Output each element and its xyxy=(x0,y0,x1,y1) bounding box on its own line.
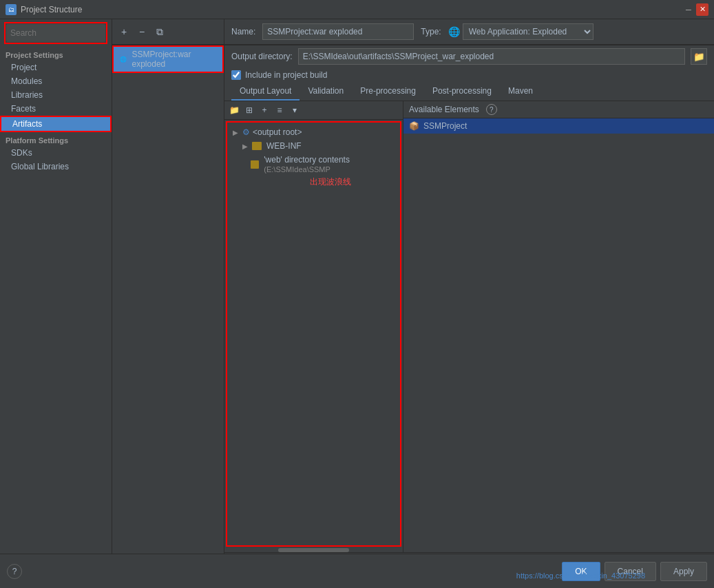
ssm-project-label: SSMProject xyxy=(423,121,467,131)
tab-validation[interactable]: Validation xyxy=(300,83,352,101)
output-icon: ⚙ xyxy=(242,127,250,137)
artifact-name: SSMProject:war exploded xyxy=(132,50,217,69)
remove-artifact-button[interactable]: − xyxy=(134,24,149,39)
sidebar-item-libraries[interactable]: Libraries xyxy=(0,88,112,102)
sidebar-item-facets[interactable]: Facets xyxy=(0,102,112,116)
web-dir-label: 'web' directory contents (E:\SSMIdea\SSM… xyxy=(264,155,395,174)
content-area: Output directory: 📁 Include in project b… xyxy=(224,45,714,588)
tree-dropdown-btn[interactable]: ▾ xyxy=(288,103,302,117)
platform-settings-label: Platform Settings xyxy=(0,132,112,146)
help-button[interactable]: ? xyxy=(7,564,22,579)
artifact-list-item[interactable]: 🌐 SSMProject:war exploded xyxy=(112,45,224,73)
tab-post-processing[interactable]: Post-processing xyxy=(424,83,500,101)
tree-add-btn[interactable]: + xyxy=(258,103,271,117)
tree-item-web-inf[interactable]: ▶ WEB-INF xyxy=(227,139,400,153)
copy-artifact-button[interactable]: ⧉ xyxy=(152,24,167,39)
add-artifact-button[interactable]: + xyxy=(116,24,132,39)
web-dir-suffix: (E:\SSMIdea\SSMP xyxy=(264,165,330,174)
type-icon: 🌐 xyxy=(448,26,460,37)
web-inf-label: WEB-INF xyxy=(266,141,302,151)
output-root-label: <output root> xyxy=(253,127,302,137)
window-controls: ─ ✕ xyxy=(682,3,708,16)
include-in-build-row: Include in project build xyxy=(224,67,714,83)
elements-content: 📦 SSMProject xyxy=(403,118,714,552)
title-bar: 🗂 Project Structure ─ ✕ xyxy=(0,0,714,19)
available-elements-pane: Available Elements ? 📦 SSMProject xyxy=(403,101,714,552)
sidebar-item-sdks[interactable]: SDKs xyxy=(0,146,112,160)
available-elements-title: Available Elements xyxy=(409,105,479,114)
close-button[interactable]: ✕ xyxy=(696,3,708,16)
type-label: Type: xyxy=(421,27,441,36)
bottom-buttons-bar: ? https://blog.csdn.net/weixin_43075298 … xyxy=(0,554,714,588)
tree-item-output-root[interactable]: ▶ ⚙ <output root> xyxy=(227,125,400,139)
elements-item-ssm-project[interactable]: 📦 SSMProject xyxy=(403,118,714,134)
tab-output-layout[interactable]: Output Layout xyxy=(231,83,300,101)
include-in-build-label: Include in project build xyxy=(245,70,327,80)
type-select[interactable]: Web Application: Exploded xyxy=(463,23,594,40)
split-pane: 📁 ⊞ + ≡ ▾ ▶ ⚙ <output roo xyxy=(224,101,714,552)
tree-grid-btn[interactable]: ⊞ xyxy=(242,103,256,117)
output-dir-input[interactable] xyxy=(298,48,685,65)
left-panel: Project Settings Project Modules Librari… xyxy=(0,19,112,588)
tree-pane: 📁 ⊞ + ≡ ▾ ▶ ⚙ <output roo xyxy=(224,101,403,552)
name-input[interactable] xyxy=(262,23,414,40)
output-dir-label: Output directory: xyxy=(231,52,293,61)
tree-content: ▶ ⚙ <output root> ▶ WEB-INF xyxy=(226,121,401,547)
sidebar-item-artifacts[interactable]: Artifacts xyxy=(1,117,110,131)
sidebar-item-modules[interactable]: Modules xyxy=(0,74,112,88)
window-icon: 🗂 xyxy=(6,4,17,15)
expand-icon-webinf: ▶ xyxy=(242,143,249,150)
available-elements-header: Available Elements ? xyxy=(403,101,714,118)
tree-list-btn[interactable]: ≡ xyxy=(273,103,286,117)
help-icon[interactable]: ? xyxy=(486,104,497,115)
tree-toolbar: 📁 ⊞ + ≡ ▾ xyxy=(224,101,403,120)
module-icon: 📦 xyxy=(409,121,419,131)
sidebar-item-global-libraries[interactable]: Global Libraries xyxy=(0,160,112,174)
include-in-build-checkbox[interactable] xyxy=(231,70,241,80)
minimize-button[interactable]: ─ xyxy=(682,3,695,16)
search-input[interactable] xyxy=(6,24,105,42)
project-settings-label: Project Settings xyxy=(0,47,112,61)
name-label: Name: xyxy=(231,27,255,36)
tree-item-web-dir[interactable]: ▶ 'web' directory contents (E:\SSMIdea\S… xyxy=(227,153,400,176)
wavy-annotation: 出现波浪线 xyxy=(310,176,351,188)
expand-icon: ▶ xyxy=(233,129,240,136)
output-dir-row: Output directory: 📁 xyxy=(224,45,714,67)
folder-icon-webinf xyxy=(252,142,262,150)
browse-button[interactable]: 📁 xyxy=(691,48,707,65)
csdn-url: https://blog.csdn.net/weixin_43075298 xyxy=(516,571,645,580)
tab-pre-processing[interactable]: Pre-processing xyxy=(352,83,424,101)
tab-maven[interactable]: Maven xyxy=(500,83,541,101)
sidebar-item-project[interactable]: Project xyxy=(0,61,112,74)
tabs-row: Output Layout Validation Pre-processing … xyxy=(224,83,714,101)
window-title: Project Structure xyxy=(21,5,682,14)
apply-button[interactable]: Apply xyxy=(660,562,707,581)
artifact-icon: 🌐 xyxy=(119,54,128,64)
tree-folder-btn[interactable]: 📁 xyxy=(227,103,241,117)
folder-icon-web xyxy=(251,160,259,169)
